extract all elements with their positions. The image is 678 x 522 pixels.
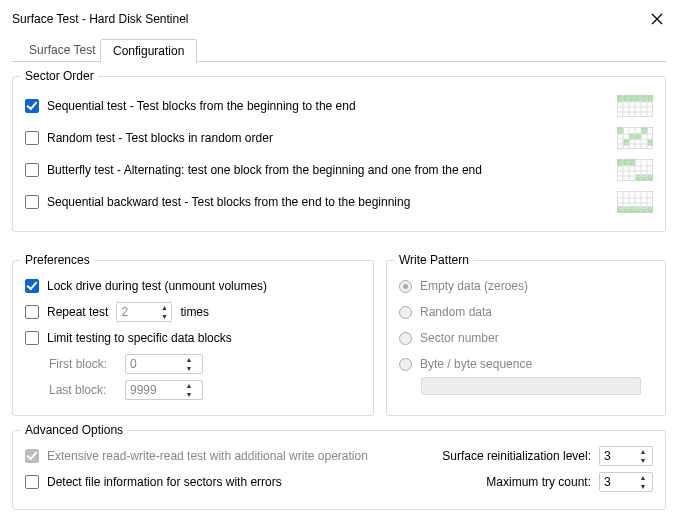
label-reinit-level: Surface reinitialization level: [442,449,591,463]
pattern-icon-butterfly [617,159,653,181]
checkbox-sequential-test[interactable] [25,99,39,113]
svg-rect-33 [618,160,623,165]
spinner-first-block[interactable]: ▲▼ [125,354,203,374]
checkbox-butterfly-test[interactable] [25,163,39,177]
radio-empty-data [399,280,412,293]
spin-up-icon[interactable]: ▲ [182,381,196,390]
spin-down-icon[interactable]: ▼ [636,456,650,465]
input-byte-sequence [421,377,641,395]
group-write-pattern: Write Pattern Empty data (zeroes) Random… [386,260,666,416]
spinner-repeat-count[interactable]: ▲▼ [116,302,172,322]
label-sequential-test: Sequential test - Test blocks from the b… [47,99,356,113]
label-random-data: Random data [420,305,492,319]
group-title-preferences: Preferences [21,253,94,267]
svg-rect-6 [636,96,641,101]
input-repeat-count[interactable] [117,303,157,321]
row-butterfly-test: Butterfly test - Alternating: test one b… [25,155,653,185]
label-sector-number: Sector number [420,331,499,345]
svg-rect-8 [648,96,652,101]
svg-rect-5 [630,96,635,101]
svg-rect-23 [636,134,641,139]
svg-rect-18 [618,128,623,133]
radio-random-data [399,306,412,319]
mid-row: Preferences Lock drive during test (unmo… [12,246,666,416]
pattern-icon-sequential [617,95,653,117]
spin-down-icon[interactable]: ▼ [182,364,196,373]
dialog-footer: Start Test View Close Help [0,510,678,522]
label-repeat-test: Repeat test [47,305,108,319]
spin-down-icon[interactable]: ▼ [636,482,650,491]
checkbox-repeat-test[interactable] [25,305,39,319]
svg-rect-20 [642,128,647,133]
label-extensive-test: Extensive read-write-read test with addi… [47,449,368,463]
input-first-block[interactable] [126,355,182,373]
svg-rect-4 [624,96,629,101]
group-preferences: Preferences Lock drive during test (unmo… [12,260,374,416]
dialog-window: Surface Test - Hard Disk Sentinel Surfac… [0,0,678,522]
group-title-sector-order: Sector Order [21,69,98,83]
checkbox-lock-drive[interactable] [25,279,39,293]
checkbox-random-test[interactable] [25,131,39,145]
label-empty-data: Empty data (zeroes) [420,279,528,293]
pattern-icon-random [617,127,653,149]
spin-up-icon[interactable]: ▲ [182,355,196,364]
spin-down-icon[interactable]: ▼ [182,390,196,399]
spinner-last-block[interactable]: ▲▼ [125,380,203,400]
group-title-write-pattern: Write Pattern [395,253,473,267]
titlebar: Surface Test - Hard Disk Sentinel [0,0,678,36]
label-max-try-count: Maximum try count: [486,475,591,489]
svg-rect-7 [642,96,647,101]
spin-up-icon[interactable]: ▲ [636,473,650,482]
svg-rect-19 [630,134,635,139]
group-sector-order: Sector Order Sequential test - Test bloc… [12,76,666,232]
content-area: Surface Test Configuration Sector Order … [0,36,678,510]
group-title-advanced: Advanced Options [21,423,127,437]
pattern-icon-backward [617,191,653,213]
group-advanced-options: Advanced Options Extensive read-write-re… [12,430,666,510]
label-random-test: Random test - Test blocks in random orde… [47,131,273,145]
tab-configuration[interactable]: Configuration [100,39,197,63]
tab-strip: Surface Test Configuration [12,38,666,62]
label-detect-file-info: Detect file information for sectors with… [47,475,282,489]
label-lock-drive: Lock drive during test (unmount volumes) [47,279,267,293]
radio-sector-number [399,332,412,345]
checkbox-limit-blocks[interactable] [25,331,39,345]
label-limit-blocks: Limit testing to specific data blocks [47,331,232,345]
row-sequential-test: Sequential test - Test blocks from the b… [25,91,653,121]
label-first-block: First block: [49,357,117,371]
label-byte-sequence: Byte / byte sequence [420,357,532,371]
svg-rect-35 [630,160,635,165]
label-butterfly-test: Butterfly test - Alternating: test one b… [47,163,482,177]
input-max-try-count[interactable] [600,473,636,491]
checkbox-backward-test[interactable] [25,195,39,209]
row-backward-test: Sequential backward test - Test blocks f… [25,187,653,217]
radio-byte-sequence [399,358,412,371]
close-icon[interactable] [646,8,668,30]
svg-rect-3 [618,96,623,101]
row-random-test: Random test - Test blocks in random orde… [25,123,653,153]
window-title: Surface Test - Hard Disk Sentinel [12,12,189,26]
checkbox-extensive-test [25,449,39,463]
input-reinit-level[interactable] [600,447,636,465]
svg-rect-34 [624,160,629,165]
spin-up-icon[interactable]: ▲ [157,303,171,312]
spin-up-icon[interactable]: ▲ [636,447,650,456]
spinner-max-try-count[interactable]: ▲▼ [599,472,653,492]
checkbox-detect-file-info[interactable] [25,475,39,489]
label-backward-test: Sequential backward test - Test blocks f… [47,195,410,209]
input-last-block[interactable] [126,381,182,399]
spin-down-icon[interactable]: ▼ [157,312,171,321]
label-last-block: Last block: [49,383,117,397]
tab-surface-test[interactable]: Surface Test [16,38,108,62]
spinner-reinit-level[interactable]: ▲▼ [599,446,653,466]
label-times: times [180,305,209,319]
